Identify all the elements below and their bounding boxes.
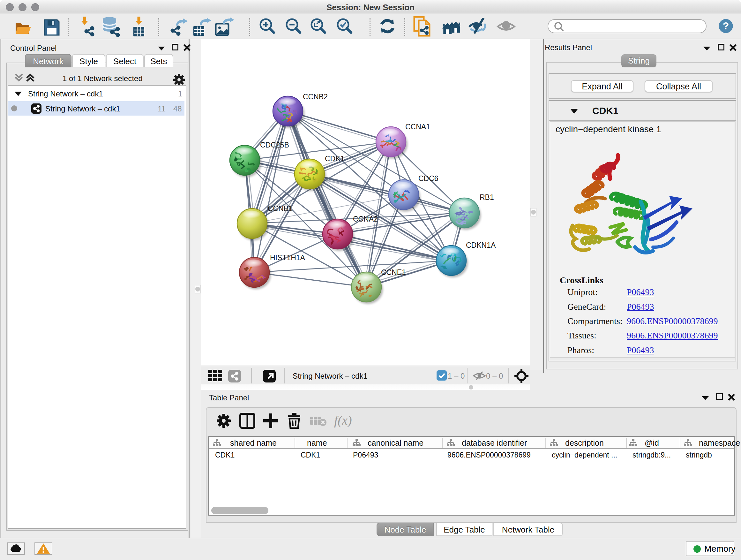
svg-text:CCNA1: CCNA1 <box>405 123 430 131</box>
svg-text:RB1: RB1 <box>480 193 494 201</box>
svg-text:HIST1H1A: HIST1H1A <box>270 253 306 262</box>
svg-text:CDC25B: CDC25B <box>260 141 289 149</box>
svg-text:CDK1: CDK1 <box>325 154 344 163</box>
svg-text:CDKN1A: CDKN1A <box>466 241 496 249</box>
svg-text:CCNB2: CCNB2 <box>303 92 328 101</box>
svg-text:CDC6: CDC6 <box>418 174 439 183</box>
svg-text:CCNE1: CCNE1 <box>381 268 406 276</box>
svg-text:CCNA2: CCNA2 <box>353 215 378 223</box>
svg-text:?: ? <box>723 20 729 32</box>
svg-text:CCNB1: CCNB1 <box>268 204 293 212</box>
